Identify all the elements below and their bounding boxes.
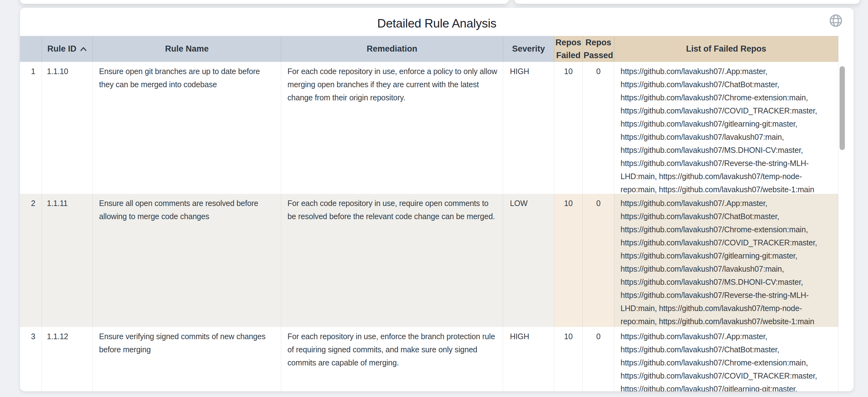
table-header-row: Rule ID Rule Name Remediation Severity R… [20, 36, 838, 62]
sort-ascending-icon [80, 47, 87, 52]
cell-rule-name: Ensure verifying signed commits of new c… [93, 327, 281, 391]
cell-repos-passed: 0 [583, 194, 614, 330]
rule-id-header-label: Rule ID [47, 42, 76, 55]
cell-rule-id: 1.1.10 [42, 62, 93, 198]
cell-rule-name: Ensure open git branches are up to date … [93, 62, 281, 198]
table-row: 1 1.1.10 Ensure open git branches are up… [20, 62, 838, 194]
globe-icon[interactable] [828, 13, 844, 28]
cell-repos-failed: 10 [554, 194, 583, 330]
column-header-severity[interactable]: Severity [503, 36, 554, 62]
table-row: 2 1.1.11 Ensure all open comments are re… [20, 194, 838, 327]
cell-failed-repos-list: https://github.com/lavakush07/.App:maste… [614, 62, 838, 198]
cell-rule-name: Ensure all open comments are resolved be… [93, 194, 281, 330]
detailed-rule-analysis-card: Detailed Rule Analysis Rule ID Rule Name [20, 8, 854, 391]
cell-row-number: 1 [20, 62, 42, 198]
table-row: 3 1.1.12 Ensure verifying signed commits… [20, 327, 838, 391]
previous-card-left-edge [20, 0, 509, 4]
column-header-rule-name[interactable]: Rule Name [93, 36, 281, 62]
cell-repos-failed: 10 [554, 327, 583, 391]
cell-repos-failed: 10 [554, 62, 583, 198]
rule-analysis-table: Rule ID Rule Name Remediation Severity R… [20, 36, 838, 391]
column-header-row-number [20, 36, 42, 62]
column-header-failed-repos-list[interactable]: List of Failed Repos [614, 36, 838, 62]
column-header-remediation[interactable]: Remediation [281, 36, 503, 62]
column-header-rule-id[interactable]: Rule ID [42, 36, 93, 62]
cell-repos-passed: 0 [583, 62, 614, 198]
column-header-repos-passed[interactable]: Repos Passed [583, 36, 614, 62]
cell-remediation: For each code repository in use, enforce… [281, 62, 503, 198]
cell-failed-repos-list: https://github.com/lavakush07/.App:maste… [614, 194, 838, 330]
cell-rule-id: 1.1.11 [42, 194, 93, 330]
cell-severity: LOW [503, 194, 554, 330]
cell-remediation: For each code repository in use, require… [281, 194, 503, 330]
cell-row-number: 3 [20, 327, 42, 391]
cell-failed-repos-list: https://github.com/lavakush07/.App:maste… [614, 327, 838, 391]
page: Detailed Rule Analysis Rule ID Rule Name [0, 0, 868, 397]
cell-severity: HIGH [503, 62, 554, 198]
cell-row-number: 2 [20, 194, 42, 330]
page-title: Detailed Rule Analysis [20, 17, 854, 30]
cell-rule-id: 1.1.12 [42, 327, 93, 391]
cell-remediation: For each repository in use, enforce the … [281, 327, 503, 391]
column-header-repos-failed[interactable]: Repos Failed [554, 36, 583, 62]
vertical-scrollbar-thumb[interactable] [840, 66, 845, 150]
previous-card-right-edge [514, 0, 860, 4]
cell-repos-passed: 0 [583, 327, 614, 391]
cell-severity: HIGH [503, 327, 554, 391]
